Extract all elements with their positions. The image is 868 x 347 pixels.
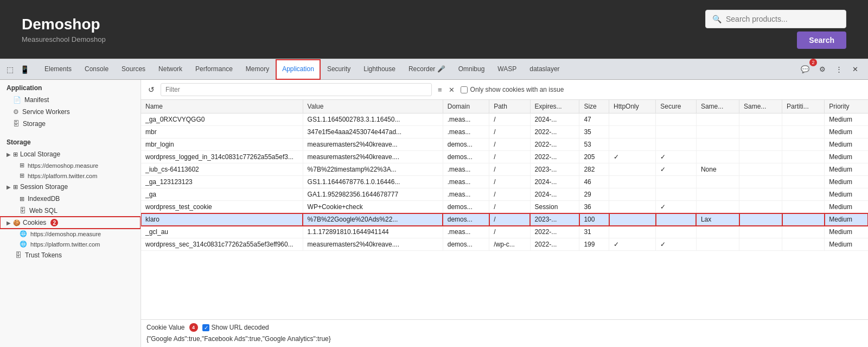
only-issues-checkbox[interactable] bbox=[461, 86, 468, 93]
cookie-size: 47 bbox=[579, 113, 609, 126]
tab-wasp[interactable]: WASP bbox=[491, 59, 523, 80]
col-partitioned[interactable]: Partiti... bbox=[782, 100, 825, 113]
table-row[interactable]: wordpress_logged_in_314c0831c77262a55a5e… bbox=[141, 151, 868, 163]
col-path[interactable]: Path bbox=[489, 100, 530, 113]
sidebar-local-storage-twitter[interactable]: ⊞ https://platform.twitter.com bbox=[0, 171, 141, 181]
table-row[interactable]: _gaGA1.1.952982356.1644678777.meas.../20… bbox=[141, 188, 868, 201]
sidebar-web-sql[interactable]: 🗄 Web SQL bbox=[0, 205, 141, 217]
filter-input[interactable] bbox=[161, 83, 432, 96]
col-priority[interactable]: Priority bbox=[825, 100, 868, 113]
tab-security[interactable]: Security bbox=[321, 59, 357, 80]
cookie-domain: .meas... bbox=[443, 126, 489, 138]
local-storage-icon: ⊞ bbox=[13, 151, 18, 158]
cookie-value-title: Cookie Value bbox=[146, 324, 185, 331]
table-row[interactable]: mbr_loginmeasuremasters2%40kreave...demo… bbox=[141, 138, 868, 151]
sidebar-cookies-demoshop[interactable]: 🌐 https://demoshop.measure bbox=[0, 229, 141, 239]
tab-dataslayer[interactable]: dataslayer bbox=[523, 59, 566, 80]
cookie-secure bbox=[656, 176, 697, 188]
sidebar-session-storage[interactable]: ▶ ⊞ Session Storage bbox=[0, 181, 141, 193]
tab-sources[interactable]: Sources bbox=[115, 59, 152, 80]
cookie-priority: Medium bbox=[825, 163, 868, 176]
cookie-size: 31 bbox=[579, 226, 609, 238]
sidebar-trust-tokens[interactable]: 🗄 Trust Tokens bbox=[0, 249, 141, 261]
cookie-samesite1 bbox=[696, 126, 739, 138]
cookie-samesite1: Lax bbox=[696, 213, 739, 226]
table-row[interactable]: wordpress_sec_314c0831c77262a55a5ef3eff9… bbox=[141, 238, 868, 251]
table-row[interactable]: _ga_123123123GS1.1.1644678776.1.0.16446.… bbox=[141, 176, 868, 188]
cookie-domain: demos... bbox=[443, 201, 489, 213]
cookie-value: WP+Cookie+check bbox=[303, 201, 443, 213]
col-domain[interactable]: Domain bbox=[443, 100, 489, 113]
table-row[interactable]: mbr347e1f5e4aaa2453074e447ad....meas.../… bbox=[141, 126, 868, 138]
tab-performance[interactable]: Performance bbox=[189, 59, 239, 80]
cookie-value: GS1.1.1645002783.3.1.16450... bbox=[303, 113, 443, 126]
sidebar-indexeddb[interactable]: ⊞ IndexedDB bbox=[0, 193, 141, 205]
cookie-size: 29 bbox=[579, 188, 609, 201]
search-input[interactable] bbox=[726, 15, 834, 23]
cookie-partitioned bbox=[782, 151, 825, 163]
cookie-partitioned bbox=[782, 163, 825, 176]
close-devtools-icon[interactable]: ✕ bbox=[849, 63, 861, 75]
tab-lighthouse[interactable]: Lighthouse bbox=[357, 59, 402, 80]
show-decoded-label[interactable]: ✓ Show URL decoded bbox=[202, 324, 269, 331]
tab-recorder[interactable]: Recorder 🎤 bbox=[402, 59, 452, 80]
cookie-size: 36 bbox=[579, 201, 609, 213]
cookie-domain: demos... bbox=[443, 151, 489, 163]
cookie-samesite1 bbox=[696, 188, 739, 201]
refresh-button[interactable]: ↺ bbox=[146, 84, 156, 96]
cookie-secure bbox=[656, 226, 697, 238]
cookie-path: /wp-c... bbox=[489, 238, 530, 251]
col-value[interactable]: Value bbox=[303, 100, 443, 113]
tab-network[interactable]: Network bbox=[152, 59, 189, 80]
table-row[interactable]: _iub_cs-64113602%7B%22timestamp%22%3A...… bbox=[141, 163, 868, 176]
cookie-value: measuremasters2%40kreave... bbox=[303, 138, 443, 151]
tab-elements[interactable]: Elements bbox=[38, 59, 78, 80]
site-title: Demoshop bbox=[22, 16, 106, 33]
cookie-size: 46 bbox=[579, 176, 609, 188]
col-httponly[interactable]: HttpOnly bbox=[609, 100, 656, 113]
cookie-httponly bbox=[609, 138, 656, 151]
cookie-samesite1: None bbox=[696, 163, 739, 176]
tab-application[interactable]: Application bbox=[276, 59, 321, 80]
cookie-samesite1 bbox=[696, 226, 739, 238]
sidebar-cookies-twitter[interactable]: 🌐 https://platform.twitter.com bbox=[0, 239, 141, 249]
sidebar-item-service-workers[interactable]: ⚙ Service Workers bbox=[0, 106, 141, 118]
settings-icon[interactable]: ⚙ bbox=[816, 63, 829, 75]
tab-console[interactable]: Console bbox=[78, 59, 115, 80]
sidebar-local-storage-demoshop[interactable]: ⊞ https://demoshop.measure bbox=[0, 160, 141, 171]
table-row[interactable]: klaro%7B%22Google%20Ads%22...demos.../20… bbox=[141, 213, 868, 226]
more-options-icon[interactable]: ⋮ bbox=[832, 63, 846, 75]
col-samesite2[interactable]: Same... bbox=[739, 100, 782, 113]
cookie-name: wordpress_sec_314c0831c77262a55a5ef3eff9… bbox=[141, 238, 303, 251]
col-name[interactable]: Name bbox=[141, 100, 303, 113]
search-button[interactable]: Search bbox=[797, 31, 846, 49]
col-expires[interactable]: Expires... bbox=[530, 100, 579, 113]
sidebar-item-manifest[interactable]: 📄 Manifest bbox=[0, 94, 141, 106]
cookies-arrow: ▶ bbox=[7, 220, 11, 226]
cookie-httponly bbox=[609, 176, 656, 188]
sidebar-item-storage[interactable]: 🗄 Storage bbox=[0, 118, 141, 130]
cookie-secure bbox=[656, 213, 697, 226]
col-size[interactable]: Size bbox=[579, 100, 609, 113]
inspect-element-icon[interactable]: ⬚ bbox=[4, 63, 16, 76]
sidebar-cookies[interactable]: ▶ 🍪 Cookies 2 bbox=[0, 217, 141, 229]
device-toggle-icon[interactable]: 📱 bbox=[18, 63, 31, 76]
table-row[interactable]: _ga_0RXCVYQGG0GS1.1.1645002783.3.1.16450… bbox=[141, 113, 868, 126]
chat-icon[interactable]: 💬 2 bbox=[797, 63, 813, 75]
sidebar-local-storage-label: Local Storage bbox=[20, 150, 60, 158]
clear-filter-icon[interactable]: ✕ bbox=[447, 84, 456, 96]
col-samesite1[interactable]: Same... bbox=[696, 100, 739, 113]
filter-options-icon[interactable]: ≡ bbox=[436, 84, 444, 96]
cookie-domain: demos... bbox=[443, 138, 489, 151]
col-secure[interactable]: Secure bbox=[656, 100, 697, 113]
tab-omnibug[interactable]: Omnibug bbox=[452, 59, 492, 80]
table-row[interactable]: _gcl_au1.1.172891810.1644941144.meas.../… bbox=[141, 226, 868, 238]
only-issues-label[interactable]: Only show cookies with an issue bbox=[461, 86, 564, 93]
cookie-httponly bbox=[609, 201, 656, 213]
cookie-path: / bbox=[489, 126, 530, 138]
manifest-icon: 📄 bbox=[13, 96, 21, 104]
sidebar-local-storage[interactable]: ▶ ⊞ Local Storage bbox=[0, 148, 141, 160]
tab-memory[interactable]: Memory bbox=[239, 59, 276, 80]
table-row[interactable]: wordpress_test_cookieWP+Cookie+checkdemo… bbox=[141, 201, 868, 213]
cookie-httponly: ✓ bbox=[609, 151, 656, 163]
